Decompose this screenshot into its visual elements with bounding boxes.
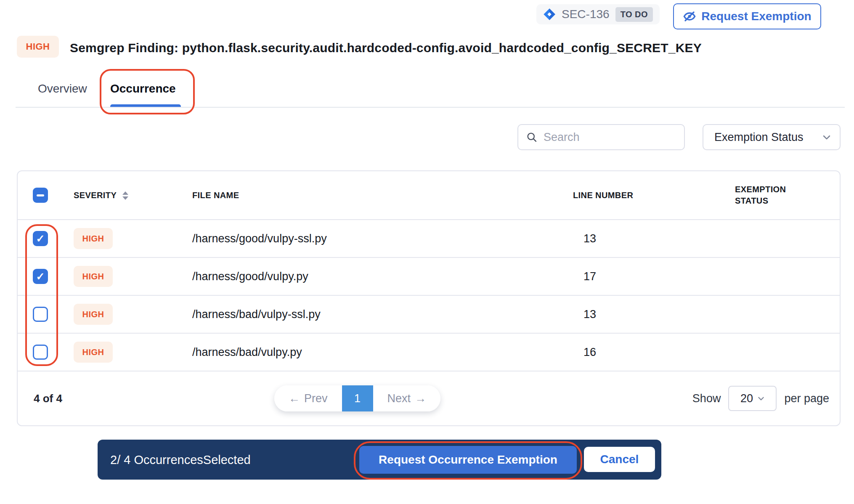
jira-status-badge: TO DO — [615, 7, 653, 22]
column-header-severity[interactable]: SEVERITY — [74, 191, 192, 200]
selection-action-bar: 2/ 4 OccurrencesSelected Request Occurre… — [98, 440, 661, 480]
finding-detail-page: SEC-136 TO DO Request Exemption HIGH Sem… — [0, 0, 854, 504]
line-number-cell: 13 — [573, 232, 735, 245]
eye-slash-icon — [683, 10, 696, 23]
severity-pill: HIGH — [74, 266, 113, 287]
column-header-exemption-status: EXEMPTION STATUS — [735, 184, 811, 207]
jira-icon — [543, 8, 556, 21]
occurrences-table: SEVERITY FILE NAME LINE NUMBER EXEMPTION… — [17, 170, 841, 426]
severity-badge: HIGH — [17, 36, 59, 58]
column-header-line-number: LINE NUMBER — [573, 191, 735, 200]
file-name-cell: /harness/bad/vulpy.py — [192, 346, 573, 359]
severity-pill: HIGH — [74, 228, 113, 249]
row-checkbox[interactable] — [33, 231, 48, 246]
chevron-down-icon — [822, 133, 831, 142]
arrow-left-icon: ← — [289, 392, 300, 405]
tab-occurrence[interactable]: Occurrence — [110, 82, 176, 95]
jira-ticket-chip[interactable]: SEC-136 TO DO — [536, 4, 660, 24]
severity-pill: HIGH — [74, 342, 113, 363]
search-input[interactable] — [544, 131, 676, 144]
selection-count-text: 2/ 4 OccurrencesSelected — [110, 453, 251, 467]
line-number-cell: 17 — [573, 270, 735, 283]
line-number-cell: 13 — [573, 308, 735, 321]
table-row[interactable]: HIGH /harness/good/vulpy.py 17 — [18, 257, 840, 295]
row-count: 4 of 4 — [34, 392, 62, 405]
table-row[interactable]: HIGH /harness/bad/vulpy-ssl.py 13 — [18, 295, 840, 333]
prev-page-button[interactable]: ← Prev — [274, 385, 342, 411]
search-box[interactable] — [517, 124, 685, 150]
file-name-cell: /harness/good/vulpy-ssl.py — [192, 232, 573, 245]
page-title: Semgrep Finding: python.flask.security.a… — [70, 41, 702, 55]
file-name-cell: /harness/good/vulpy.py — [192, 270, 573, 283]
table-row[interactable]: HIGH /harness/good/vulpy-ssl.py 13 — [18, 219, 840, 257]
exemption-status-dropdown-label: Exemption Status — [714, 131, 804, 144]
select-all-checkbox[interactable] — [33, 188, 48, 203]
show-label: Show — [692, 392, 721, 405]
table-header-row: SEVERITY FILE NAME LINE NUMBER EXEMPTION… — [18, 171, 840, 219]
page-size-control: Show 20 per page — [692, 386, 829, 411]
chevron-down-icon — [757, 395, 765, 402]
request-occurrence-exemption-button[interactable]: Request Occurrence Exemption — [359, 446, 577, 474]
table-footer: 4 of 4 ← Prev 1 Next → Show 20 — [18, 371, 840, 425]
row-checkbox[interactable] — [33, 269, 48, 284]
sort-icon[interactable] — [122, 191, 128, 200]
file-name-cell: /harness/bad/vulpy-ssl.py — [192, 308, 573, 321]
jira-ticket-id: SEC-136 — [562, 8, 610, 21]
cancel-button[interactable]: Cancel — [584, 447, 655, 472]
table-row[interactable]: HIGH /harness/bad/vulpy.py 16 — [18, 333, 840, 371]
tabs-divider — [16, 107, 845, 108]
pagination: ← Prev 1 Next → — [274, 385, 440, 411]
row-checkbox[interactable] — [33, 345, 48, 360]
arrow-right-icon: → — [415, 392, 426, 405]
tab-overview[interactable]: Overview — [38, 82, 87, 95]
request-exemption-label: Request Exemption — [701, 10, 811, 23]
request-exemption-button[interactable]: Request Exemption — [673, 3, 821, 29]
per-page-label: per page — [784, 392, 829, 405]
severity-pill: HIGH — [74, 304, 113, 325]
page-number-button[interactable]: 1 — [342, 385, 373, 411]
column-header-file-name: FILE NAME — [192, 191, 573, 200]
line-number-cell: 16 — [573, 346, 735, 359]
exemption-status-dropdown[interactable]: Exemption Status — [703, 124, 841, 150]
row-checkbox[interactable] — [33, 307, 48, 322]
search-icon — [526, 131, 538, 143]
page-size-select[interactable]: 20 — [728, 386, 777, 411]
next-page-button[interactable]: Next → — [373, 385, 441, 411]
